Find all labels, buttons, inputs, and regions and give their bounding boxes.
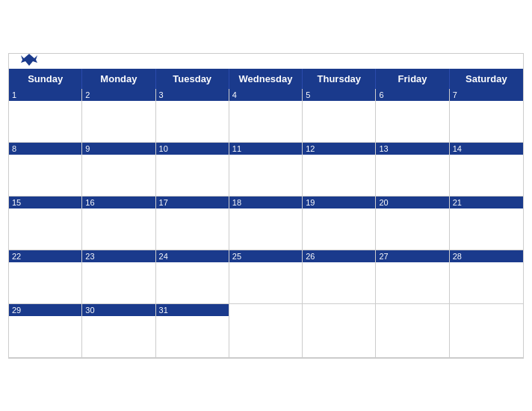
day-number: 19 xyxy=(306,198,315,207)
day-cell: 5 xyxy=(303,89,376,143)
day-number: 10 xyxy=(159,144,168,153)
day-cell: 13 xyxy=(376,143,449,197)
day-number: 20 xyxy=(379,198,388,207)
day-number: 22 xyxy=(12,252,21,261)
day-cell: 7 xyxy=(450,89,523,143)
day-header-thursday: Thursday xyxy=(303,69,376,89)
day-number: 23 xyxy=(85,252,94,261)
day-cell: 24 xyxy=(156,250,229,304)
day-cell: 6 xyxy=(376,89,449,143)
day-number: 5 xyxy=(306,90,310,99)
day-cell: 10 xyxy=(156,143,229,197)
calendar: SundayMondayTuesdayWednesdayThursdayFrid… xyxy=(8,53,524,359)
day-cell xyxy=(376,304,449,358)
day-number: 4 xyxy=(232,90,237,99)
day-cell xyxy=(229,304,303,358)
day-cell: 20 xyxy=(376,197,449,250)
day-number: 8 xyxy=(12,144,16,153)
day-cell: 17 xyxy=(156,197,229,250)
day-cell: 14 xyxy=(450,143,523,197)
day-header-saturday: Saturday xyxy=(450,69,523,89)
logo xyxy=(21,52,40,70)
day-number: 17 xyxy=(159,198,168,207)
day-number: 7 xyxy=(453,90,457,99)
day-number: 26 xyxy=(306,252,315,261)
day-headers-row: SundayMondayTuesdayWednesdayThursdayFrid… xyxy=(9,69,523,89)
day-number: 16 xyxy=(85,198,94,207)
day-cell: 3 xyxy=(156,89,229,143)
day-number: 25 xyxy=(232,252,241,261)
day-cell: 25 xyxy=(229,250,303,304)
day-cell: 21 xyxy=(450,197,523,250)
day-number: 30 xyxy=(85,306,94,315)
day-cell: 28 xyxy=(450,250,523,304)
day-cell: 4 xyxy=(229,89,303,143)
day-header-tuesday: Tuesday xyxy=(156,69,229,89)
day-cell: 18 xyxy=(229,197,303,250)
day-header-sunday: Sunday xyxy=(9,69,82,89)
day-number: 21 xyxy=(453,198,462,207)
day-number: 14 xyxy=(453,144,462,153)
calendar-header xyxy=(9,54,523,69)
day-cell: 8 xyxy=(9,143,82,197)
day-number: 11 xyxy=(232,144,241,153)
day-number: 29 xyxy=(12,306,21,315)
day-number: 9 xyxy=(85,144,90,153)
day-number: 24 xyxy=(159,252,168,261)
day-cell: 16 xyxy=(82,197,155,250)
day-number: 31 xyxy=(159,306,168,315)
day-cell xyxy=(450,304,523,358)
day-number: 6 xyxy=(379,90,383,99)
day-cell: 11 xyxy=(229,143,303,197)
day-number: 13 xyxy=(379,144,388,153)
day-header-wednesday: Wednesday xyxy=(229,69,303,89)
day-cell: 22 xyxy=(9,250,82,304)
day-number: 15 xyxy=(12,198,21,207)
day-cell: 23 xyxy=(82,250,155,304)
logo-bird-icon xyxy=(21,52,37,67)
day-cell: 2 xyxy=(82,89,155,143)
day-cell: 29 xyxy=(9,304,82,358)
day-number: 28 xyxy=(453,252,462,261)
day-cell: 1 xyxy=(9,89,82,143)
day-cell: 9 xyxy=(82,143,155,197)
calendar-grid: 1234567891011121314151617181920212223242… xyxy=(9,89,523,358)
day-number: 18 xyxy=(232,198,241,207)
day-cell: 27 xyxy=(376,250,449,304)
day-number: 1 xyxy=(12,90,16,99)
day-cell: 31 xyxy=(156,304,229,358)
day-cell: 19 xyxy=(303,197,376,250)
day-header-monday: Monday xyxy=(82,69,155,89)
day-number: 27 xyxy=(379,252,388,261)
day-cell: 15 xyxy=(9,197,82,250)
day-header-friday: Friday xyxy=(376,69,449,89)
day-cell xyxy=(303,304,376,358)
day-cell: 26 xyxy=(303,250,376,304)
day-cell: 12 xyxy=(303,143,376,197)
day-number: 3 xyxy=(159,90,164,99)
svg-marker-0 xyxy=(21,54,37,66)
day-cell: 30 xyxy=(82,304,155,358)
day-number: 2 xyxy=(85,90,90,99)
day-number: 12 xyxy=(306,144,315,153)
